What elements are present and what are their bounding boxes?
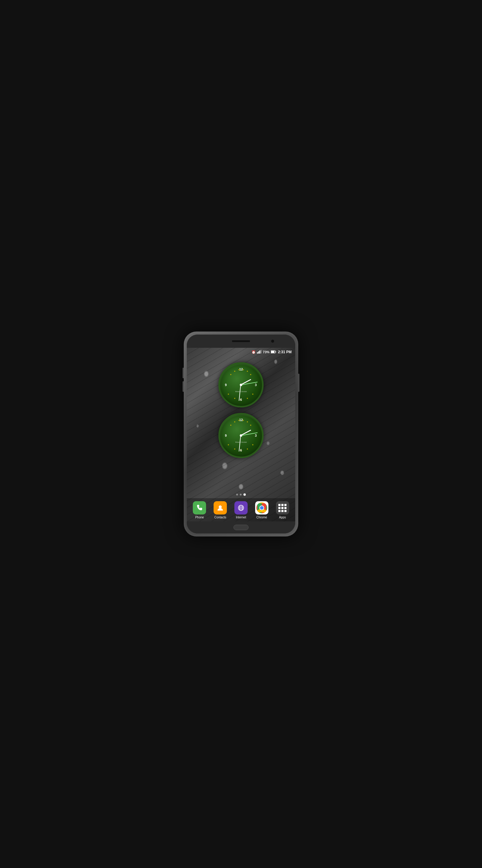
star: ★ — [234, 448, 235, 450]
bottom-bezel — [187, 521, 295, 533]
star: ★ — [247, 397, 248, 400]
clock-num-12: 12 — [239, 367, 243, 371]
time-display: 2:31 PM — [278, 350, 292, 354]
grid-dot — [284, 507, 287, 509]
clock-brand-top: Motasim Zendaki — [235, 391, 247, 393]
clock-num-6b: 6 — [240, 448, 242, 452]
apps-grid — [276, 501, 289, 515]
star: ★ — [252, 393, 254, 396]
svg-rect-2 — [259, 350, 260, 353]
center-dot-top — [240, 384, 242, 386]
svg-rect-6 — [275, 351, 276, 352]
star: ★ — [234, 397, 235, 400]
svg-rect-0 — [257, 352, 258, 353]
star: ★ — [230, 373, 232, 376]
chrome-label: Chrome — [256, 516, 267, 519]
star: ★ — [247, 421, 248, 423]
chrome-icon — [255, 501, 268, 515]
volume-up-button[interactable] — [183, 368, 184, 378]
apps-label: Apps — [279, 516, 286, 519]
star: ★ — [247, 448, 248, 450]
clock-num-3b: 3 — [255, 434, 257, 437]
grid-dot — [278, 504, 281, 506]
contacts-label: Contacts — [214, 516, 226, 519]
dock-item-internet[interactable]: Internet — [234, 501, 248, 519]
clock-face-top: ★ ★ ★ ★ ★ ★ ★ ★ ★ ★ ★ — [218, 362, 264, 407]
status-icons: ⏰ 73% — [252, 349, 292, 355]
dock-item-apps[interactable]: Apps — [276, 501, 289, 519]
power-button[interactable] — [298, 374, 299, 392]
svg-rect-1 — [258, 351, 259, 353]
phone-icon — [193, 501, 206, 515]
svg-point-7 — [219, 505, 222, 508]
battery-icon — [271, 349, 276, 355]
clock-widget-bottom[interactable]: ★ ★ ★ ★ ★ ★ ★ ★ ★ ★ ★ — [218, 413, 264, 458]
clock-num-9b: 9 — [225, 434, 227, 437]
clock-num-12b: 12 — [239, 418, 243, 422]
center-dot-bottom — [240, 434, 242, 437]
phone-inner: ⏰ 73% — [187, 335, 295, 533]
star: ★ — [234, 370, 235, 373]
chrome-center — [259, 505, 264, 510]
grid-dot — [281, 507, 284, 509]
grid-dot — [284, 504, 287, 506]
page-dot-3[interactable] — [244, 493, 246, 496]
dock-item-contacts[interactable]: Contacts — [214, 501, 227, 519]
front-camera — [271, 340, 274, 343]
svg-rect-5 — [271, 351, 275, 353]
clock-num-9: 9 — [225, 383, 227, 387]
clock-face-bottom: ★ ★ ★ ★ ★ ★ ★ ★ ★ ★ ★ — [218, 413, 264, 458]
clock-brand-bottom: Motasim Zendaki — [235, 441, 247, 443]
speaker-grille — [232, 340, 250, 342]
star: ★ — [227, 444, 229, 446]
screen: ⏰ 73% — [187, 348, 295, 521]
internet-label: Internet — [236, 516, 246, 519]
clock-num-6: 6 — [240, 398, 242, 401]
grid-dot — [278, 507, 281, 509]
top-bezel — [187, 335, 295, 348]
star: ★ — [250, 373, 252, 376]
star: ★ — [227, 393, 229, 396]
internet-icon — [234, 501, 248, 515]
star: ★ — [234, 421, 235, 423]
page-dot-1[interactable] — [236, 494, 238, 495]
phone-frame: ⏰ 73% — [184, 332, 298, 536]
status-bar: ⏰ 73% — [187, 348, 295, 356]
volume-down-button[interactable] — [183, 381, 184, 392]
battery-percent: 73% — [263, 350, 269, 354]
dock-item-chrome[interactable]: Chrome — [255, 501, 268, 519]
dock-item-phone[interactable]: Phone — [193, 501, 206, 519]
alarm-icon: ⏰ — [252, 350, 256, 354]
star: ★ — [250, 424, 252, 427]
grid-dot — [281, 504, 284, 506]
page-dot-2[interactable] — [240, 494, 242, 495]
grid-dot — [281, 510, 284, 512]
star: ★ — [230, 424, 232, 427]
clock-num-3: 3 — [255, 383, 257, 387]
star: ★ — [252, 444, 254, 446]
contacts-icon — [214, 501, 227, 515]
home-button[interactable] — [233, 525, 249, 530]
signal-icon — [257, 350, 262, 354]
svg-rect-3 — [261, 350, 261, 353]
grid-dot — [284, 510, 287, 512]
grid-dot — [278, 510, 281, 512]
clock-widget-top[interactable]: ★ ★ ★ ★ ★ ★ ★ ★ ★ ★ ★ — [218, 362, 264, 407]
apps-icon — [276, 501, 289, 515]
phone-label: Phone — [195, 516, 204, 519]
clocks-area: ★ ★ ★ ★ ★ ★ ★ ★ ★ ★ ★ — [187, 356, 295, 491]
dock: Phone Contacts — [187, 498, 295, 521]
chrome-ring — [256, 502, 267, 513]
star: ★ — [247, 370, 248, 373]
page-indicators — [187, 491, 295, 498]
